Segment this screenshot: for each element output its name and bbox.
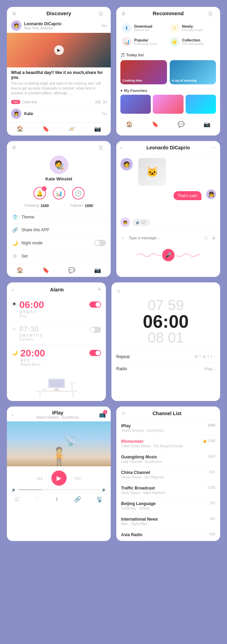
nav-chat-2[interactable]: 💬 <box>178 121 185 128</box>
channel-sub-intl: Idler - Taylor Blur <box>121 522 215 526</box>
toggle-1[interactable] <box>89 301 101 308</box>
alarm-detail-2: 07:30 S M T W T F S Sunshine <box>19 325 42 341</box>
menu-action[interactable]: ☰ <box>14 496 19 503</box>
wave-left <box>137 252 161 259</box>
clock-repeat-row: Repeat M T W T F › <box>116 351 215 363</box>
night-toggle[interactable] <box>94 240 106 246</box>
nav-home-2[interactable]: 🏠 <box>126 121 133 128</box>
alarm-detail-3: 20:00 M F S Beijing Music <box>20 348 45 366</box>
add-alarm-btn[interactable]: + <box>97 286 101 293</box>
alarm-time-1: 06:00 <box>19 300 44 310</box>
prev-btn[interactable]: ⏮ <box>36 474 43 482</box>
nav-bookmark-2[interactable]: 🔖 <box>152 121 159 128</box>
nav-bookmark[interactable]: 🔖 <box>42 125 49 132</box>
rec-newly[interactable]: ♬ Newly Recently heard <box>168 21 216 35</box>
nav-chat-3[interactable]: 💬 <box>68 267 75 273</box>
channel-traffic[interactable]: 5180 Traffic Broadcast Deep Space - Nige… <box>116 483 220 498</box>
channel-count-guangdong: 1080 <box>208 455 215 458</box>
close-btn[interactable]: ✕ <box>116 288 215 295</box>
download-action[interactable]: ⬇ <box>55 496 59 503</box>
channel-intl[interactable]: 401 International News Idler - Taylor Bl… <box>116 514 220 529</box>
nav-home[interactable]: 🏠 <box>17 125 23 132</box>
back-button[interactable]: ‹ <box>120 144 122 151</box>
svg-rect-2 <box>72 392 74 398</box>
recommend-grid: ⬇ Download without net ♬ Newly Recently … <box>116 18 220 52</box>
nav-home-3[interactable]: 🏠 <box>17 267 23 273</box>
media-thumb[interactable]: ▶ <box>7 33 111 67</box>
profile-card: 🖥 ||| 🧑‍🎨 Kate Winslet 🔔 1 📊 🕐 Following <box>7 141 111 277</box>
cast-badge: 5 <box>103 410 107 414</box>
emoji-icon[interactable]: ☺ <box>203 235 209 241</box>
discovery-title: Discovery <box>19 10 99 16</box>
play-big-btn[interactable]: ▶ <box>51 470 67 486</box>
share-label: Share this APP <box>21 227 101 232</box>
alarm-item-1: ☀ 06:00 M T W T F iPlay <box>12 297 101 322</box>
today-item-1[interactable]: Cooking time <box>120 60 167 84</box>
add-icon[interactable]: ＋ <box>120 234 126 242</box>
next-btn[interactable]: ⏭ <box>75 474 82 482</box>
channel-asia[interactable]: 689 Asia Radio <box>116 529 220 541</box>
silhouette: 🧍 <box>48 446 70 466</box>
cast-icon[interactable]: 📺 5 <box>99 411 106 418</box>
clock-btn[interactable]: 🕐 <box>72 187 85 199</box>
broadcast-action[interactable]: 📡 <box>96 496 103 503</box>
bars-icon-2: ||| <box>208 11 215 16</box>
nav-bookmark-3[interactable]: 🔖 <box>42 267 49 273</box>
fav-item-3[interactable] <box>186 95 216 114</box>
chat-partner-msg: 🧑 🐱 <box>120 158 216 186</box>
notification-btn[interactable]: 🔔 1 <box>33 187 46 199</box>
fav-item-2[interactable] <box>153 95 183 114</box>
rec-popular[interactable]: 📊 Popular Everybody loves <box>120 35 168 49</box>
nav-camera-2[interactable]: 📷 <box>204 121 210 128</box>
user-row-1: 🧑 Leonardo DiCaprio New York, America 5m <box>7 18 111 33</box>
close-channel-btn[interactable]: ✕ <box>121 410 126 417</box>
fav-item-1[interactable] <box>120 95 151 114</box>
progress-track[interactable] <box>18 489 100 490</box>
bars-icon: ||| <box>99 11 106 16</box>
play-button[interactable]: ▶ <box>54 45 64 55</box>
channel-china[interactable]: 835 China Channel Flocle Sheep - Jim Wig… <box>116 467 220 483</box>
night-label: Night mode <box>21 241 91 245</box>
rec-download[interactable]: ⬇ Download without net <box>120 21 168 35</box>
rec-collection[interactable]: ⭐ Collection The best quality <box>168 35 216 49</box>
menu-share[interactable]: 🔗 Share this APP › <box>7 223 111 236</box>
toggle-3[interactable] <box>89 350 101 356</box>
channel-guangdong[interactable]: 1080 Guangdong Music Lose Yourself - Eur… <box>116 451 220 467</box>
day-M: M <box>195 355 198 359</box>
chat-title: Leonardo DiCaprio <box>125 145 211 150</box>
mic-button[interactable]: 🎤 <box>162 249 175 261</box>
nav-camera[interactable]: 📷 <box>94 125 101 132</box>
send-icon[interactable]: ➤ <box>211 235 216 241</box>
alarm-toggle-3[interactable] <box>89 350 101 356</box>
channel-iplay[interactable]: iPlay 1280 Sweet Dreams - Eurythmics <box>116 420 220 436</box>
menu-night[interactable]: 🌙 Night mode <box>7 236 111 250</box>
more-button[interactable]: ··· <box>211 144 216 151</box>
nav-user-3[interactable]: 📷 <box>94 267 101 273</box>
player-controls: ⏮ ▶ ⏭ <box>7 466 111 488</box>
clock-days: M T W T F › <box>195 355 215 359</box>
follower-stat: Follower 1880 <box>70 204 93 208</box>
stats-btn[interactable]: 📊 <box>53 187 65 199</box>
monitor-icon: 🖥 <box>12 11 19 16</box>
alarm-back[interactable]: ‹ <box>12 287 13 293</box>
iplay-photo: 🧍 📡 <box>7 421 111 466</box>
chat-input[interactable] <box>129 233 200 243</box>
channel-iremember[interactable]: 👍 2286 iRemember Cabin Down Below - The … <box>116 436 220 451</box>
toggle-2[interactable] <box>89 327 101 333</box>
alarm-toggle-1[interactable] <box>89 301 101 308</box>
share-action[interactable]: 🔗 <box>74 496 81 503</box>
notification-badge: 1 <box>42 186 47 191</box>
channel-count-beijing: 782 <box>209 501 215 505</box>
time-badge-1: 5m <box>102 24 107 28</box>
chat-card: ‹ Leonardo DiCaprio ··· 🧑 🐱 That's cute!… <box>116 141 220 277</box>
today-item-2[interactable]: A ray of morning <box>170 60 216 84</box>
channel-beijing[interactable]: 782 Beijing Language Yesterday - iKNew <box>116 498 220 514</box>
heart-action[interactable]: ♡ <box>34 496 39 503</box>
menu-set[interactable]: ⚙ Set › <box>7 250 111 262</box>
channel-count-iremember: 👍 2286 <box>203 439 215 443</box>
menu-theme[interactable]: 👕 Theme › <box>7 211 111 223</box>
iplay-back[interactable]: ‹ <box>12 412 13 418</box>
alarm-toggle-2[interactable] <box>89 327 101 333</box>
clock-prev: 07 59 <box>116 298 215 312</box>
nav-planet[interactable]: 🪐 <box>68 125 75 132</box>
